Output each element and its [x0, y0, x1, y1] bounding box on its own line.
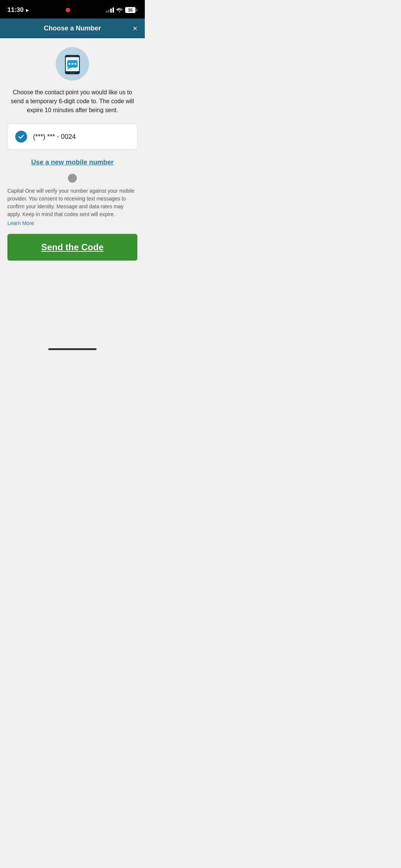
svg-rect-2 [70, 72, 75, 74]
page-header: Choose a Number × [0, 19, 145, 38]
home-indicator [0, 342, 145, 353]
page-title: Choose a Number [44, 25, 101, 32]
check-circle [15, 131, 27, 143]
status-time: 11:30 ► [7, 6, 30, 14]
status-icons: 35 [106, 7, 137, 13]
battery-indicator: 35 [125, 7, 137, 13]
dynamic-island [45, 4, 91, 16]
home-bar [48, 348, 97, 350]
content-spacer [0, 268, 145, 342]
learn-more-link[interactable]: Learn More [7, 220, 34, 226]
main-content: Choose the contact point you would like … [0, 38, 145, 342]
phone-icon-circle [56, 47, 89, 81]
disclaimer-text: Capital One will verify your number agai… [7, 187, 137, 218]
signal-strength [106, 7, 114, 13]
send-code-button[interactable]: Send the Code [7, 234, 137, 261]
phone-message-icon [61, 53, 84, 75]
clock: 11:30 [7, 6, 23, 14]
svg-rect-3 [69, 55, 75, 57]
svg-point-6 [72, 63, 74, 65]
check-icon [18, 133, 25, 140]
location-icon: ► [25, 7, 30, 13]
close-button[interactable]: × [133, 25, 137, 33]
icon-container [7, 47, 137, 81]
new-number-link[interactable]: Use a new mobile number [7, 159, 137, 166]
drag-dot [68, 174, 77, 183]
status-bar: 11:30 ► 35 [0, 0, 145, 19]
disclaimer-content: Capital One will verify your number agai… [7, 188, 134, 217]
description-text: Choose the contact point you would like … [7, 88, 137, 115]
phone-number: (***) *** - 0024 [33, 133, 76, 141]
recording-indicator [66, 8, 70, 12]
battery-tip [136, 9, 137, 12]
phone-option-card[interactable]: (***) *** - 0024 [7, 124, 137, 150]
battery-level: 35 [125, 7, 136, 13]
content-card: Choose the contact point you would like … [0, 38, 145, 268]
svg-point-7 [75, 63, 76, 65]
svg-point-5 [69, 63, 71, 65]
drag-indicator [7, 174, 137, 183]
wifi-icon [116, 7, 123, 13]
